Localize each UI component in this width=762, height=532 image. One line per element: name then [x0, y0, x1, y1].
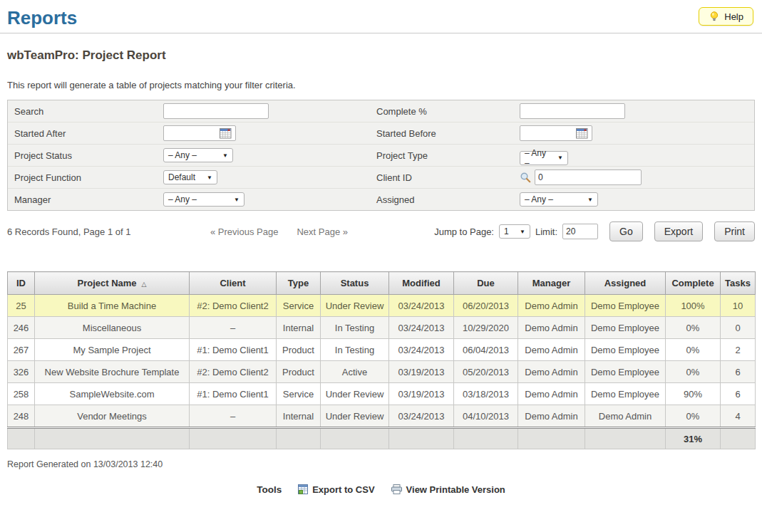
- project-function-select[interactable]: Default ▼: [163, 170, 217, 184]
- csv-file-icon: [297, 484, 309, 495]
- summary-cell: [8, 428, 35, 449]
- column-header-client[interactable]: Client: [190, 272, 277, 295]
- project-report-table: IDProject Name△ClientTypeStatusModifiedD…: [7, 271, 756, 449]
- assigned-value: – Any –: [525, 194, 553, 204]
- table-cell: Internal: [277, 317, 321, 339]
- tools-bar: Tools Export to CSV View Printable Versi…: [0, 484, 762, 495]
- project-type-select[interactable]: – Any – ▼: [520, 151, 568, 165]
- table-cell: New Website Brochure Template: [35, 361, 190, 383]
- table-row[interactable]: 248Vendor Meetings–InternalUnder Review0…: [8, 405, 756, 428]
- print-button[interactable]: Print: [714, 221, 755, 241]
- go-button[interactable]: Go: [609, 221, 643, 241]
- table-cell: Demo Employee: [585, 383, 666, 405]
- export-button[interactable]: Export: [654, 221, 703, 241]
- column-header-id[interactable]: ID: [8, 272, 35, 295]
- calendar-icon[interactable]: [576, 127, 588, 139]
- summary-cell: [321, 428, 389, 449]
- header-divider: [0, 33, 762, 33]
- summary-row: 31%: [8, 428, 756, 449]
- table-cell: 03/19/2013: [389, 361, 454, 383]
- table-cell: 6: [721, 361, 756, 383]
- table-cell: Demo Admin: [518, 317, 585, 339]
- table-cell: 06/20/2013: [454, 295, 518, 317]
- chevron-down-icon: ▼: [222, 152, 228, 159]
- client-id-input[interactable]: [535, 169, 642, 185]
- manager-select[interactable]: – Any – ▼: [163, 192, 244, 207]
- table-cell: 0%: [666, 317, 721, 339]
- page-title: Reports: [7, 7, 77, 28]
- assigned-select[interactable]: – Any – ▼: [520, 192, 598, 207]
- pagination-bar: 6 Records Found, Page 1 of 1 « Previous …: [7, 220, 755, 243]
- table-row[interactable]: 25Build a Time Machine#2: Demo Client2Se…: [8, 295, 756, 317]
- table-cell: Demo Admin: [585, 405, 666, 428]
- filter-row: Search Complete %: [8, 100, 754, 122]
- table-row[interactable]: 326New Website Brochure Template#2: Demo…: [8, 361, 756, 383]
- column-header-manager[interactable]: Manager: [518, 272, 585, 295]
- table-cell: 6: [721, 383, 756, 405]
- project-status-value: – Any –: [168, 150, 197, 160]
- table-cell: 03/18/2013: [454, 383, 518, 405]
- table-row[interactable]: 267My Sample Project#1: Demo Client1Prod…: [8, 339, 756, 361]
- table-cell: 03/24/2013: [389, 317, 454, 339]
- table-cell: Product: [277, 339, 321, 361]
- column-header-due[interactable]: Due: [454, 272, 518, 295]
- calendar-icon[interactable]: [220, 127, 232, 139]
- table-cell: –: [190, 405, 277, 428]
- limit-input[interactable]: [562, 224, 598, 239]
- started-before-field: [520, 125, 592, 141]
- table-cell: Demo Admin: [518, 295, 585, 317]
- column-header-project-name[interactable]: Project Name△: [35, 272, 190, 295]
- column-header-label: Modified: [402, 278, 440, 288]
- project-type-value: – Any –: [525, 148, 552, 168]
- next-page-link[interactable]: Next Page »: [297, 226, 348, 237]
- summary-cell: [721, 428, 756, 449]
- table-cell: 03/24/2013: [389, 295, 454, 317]
- complete-input[interactable]: [520, 103, 625, 119]
- column-header-label: Tasks: [725, 278, 751, 288]
- table-cell: 10/29/2020: [454, 317, 518, 339]
- table-cell: 258: [8, 383, 35, 405]
- column-header-assigned[interactable]: Assigned: [585, 272, 666, 295]
- tools-label: Tools: [257, 484, 282, 495]
- column-header-modified[interactable]: Modified: [389, 272, 454, 295]
- started-before-input[interactable]: [522, 127, 576, 139]
- search-label: Search: [8, 106, 163, 117]
- export-to-csv-link[interactable]: Export to CSV: [297, 484, 374, 495]
- column-header-tasks[interactable]: Tasks: [721, 272, 756, 295]
- started-after-label: Started After: [8, 128, 163, 139]
- client-id-label: Client ID: [370, 172, 520, 183]
- table-cell: Demo Employee: [585, 339, 666, 361]
- summary-cell: [277, 428, 321, 449]
- view-printable-link[interactable]: View Printable Version: [391, 484, 505, 495]
- search-client-icon[interactable]: [520, 172, 531, 183]
- report-description: This report will generate a table of pro…: [7, 80, 755, 90]
- column-header-type[interactable]: Type: [277, 272, 321, 295]
- column-header-label: Due: [477, 278, 495, 288]
- table-cell: #2: Demo Client2: [190, 295, 277, 317]
- previous-page-link[interactable]: « Previous Page: [210, 226, 278, 237]
- table-cell: 25: [8, 295, 35, 317]
- table-row[interactable]: 246Miscellaneous–InternalIn Testing03/24…: [8, 317, 756, 339]
- started-after-input[interactable]: [165, 127, 220, 139]
- table-cell: Demo Admin: [518, 339, 585, 361]
- column-header-label: Status: [341, 278, 369, 288]
- help-button[interactable]: Help: [699, 7, 753, 26]
- project-status-select[interactable]: – Any – ▼: [163, 148, 233, 162]
- limit-label: Limit:: [535, 226, 557, 237]
- column-header-label: Client: [220, 278, 245, 288]
- complete-label: Complete %: [370, 106, 520, 117]
- table-row[interactable]: 258SampleWebsite.com#1: Demo Client1Serv…: [8, 383, 756, 405]
- column-header-label: Project Name: [77, 278, 136, 288]
- table-cell: 04/10/2013: [454, 405, 518, 428]
- filter-row: Started After Started Before: [8, 122, 754, 145]
- table-cell: 03/19/2013: [389, 383, 454, 405]
- summary-cell: [389, 428, 454, 449]
- table-cell: 05/20/2013: [454, 361, 518, 383]
- jump-to-page-select[interactable]: 1 ▼: [499, 224, 530, 239]
- table-cell: Service: [277, 383, 321, 405]
- summary-cell: [190, 428, 277, 449]
- project-function-label: Project Function: [8, 172, 163, 183]
- column-header-complete[interactable]: Complete: [666, 272, 721, 295]
- search-input[interactable]: [163, 103, 269, 119]
- column-header-status[interactable]: Status: [321, 272, 389, 295]
